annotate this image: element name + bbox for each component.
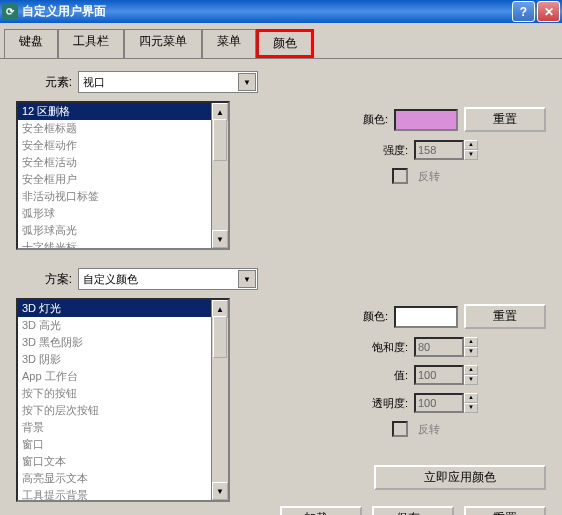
scroll-thumb[interactable] xyxy=(213,316,227,358)
load-button[interactable]: 加载... xyxy=(280,506,362,515)
save-button[interactable]: 保存... xyxy=(372,506,454,515)
tab-keyboard[interactable]: 键盘 xyxy=(4,29,58,58)
color-swatch[interactable] xyxy=(394,306,458,328)
close-button[interactable]: ✕ xyxy=(537,1,560,22)
intensity-spinner[interactable]: ▲▼ xyxy=(414,140,478,160)
spin-down-icon[interactable]: ▼ xyxy=(464,347,478,357)
color-label: 颜色: xyxy=(363,112,388,127)
tab-toolbar[interactable]: 工具栏 xyxy=(58,29,124,58)
list-item[interactable]: 工具提示背景 xyxy=(18,487,228,502)
scroll-down-icon[interactable]: ▼ xyxy=(212,230,228,248)
spin-up-icon[interactable]: ▲ xyxy=(464,393,478,403)
list-item[interactable]: 窗口文本 xyxy=(18,453,228,470)
chevron-down-icon: ▼ xyxy=(238,270,256,288)
scroll-down-icon[interactable]: ▼ xyxy=(212,482,228,500)
list-item[interactable]: 12 区删格 xyxy=(18,103,228,120)
scheme-combo[interactable]: 自定义颜色▼ xyxy=(78,268,258,290)
list-item[interactable]: 3D 黑色阴影 xyxy=(18,334,228,351)
invert-checkbox[interactable] xyxy=(392,421,408,437)
reset-button[interactable]: 重置 xyxy=(464,107,546,132)
value-label: 值: xyxy=(394,368,408,383)
app-icon: ⟳ xyxy=(2,4,18,20)
scroll-thumb[interactable] xyxy=(213,119,227,161)
tab-menu[interactable]: 菜单 xyxy=(202,29,256,58)
reset-button[interactable]: 重置 xyxy=(464,304,546,329)
list-item[interactable]: 高亮显示文本 xyxy=(18,470,228,487)
list-item[interactable]: 十字线光标 xyxy=(18,239,228,250)
invert-label: 反转 xyxy=(418,169,440,184)
list-item[interactable]: 窗口 xyxy=(18,436,228,453)
scrollbar[interactable]: ▲▼ xyxy=(211,103,228,248)
list-item[interactable]: 按下的按钮 xyxy=(18,385,228,402)
list-item[interactable]: 3D 灯光 xyxy=(18,300,228,317)
reset-all-button[interactable]: 重置 xyxy=(464,506,546,515)
color-label: 颜色: xyxy=(363,309,388,324)
apply-button[interactable]: 立即应用颜色 xyxy=(374,465,546,490)
list-item[interactable]: 安全框标题 xyxy=(18,120,228,137)
saturation-label: 饱和度: xyxy=(372,340,408,355)
tab-bar: 键盘 工具栏 四元菜单 菜单 颜色 xyxy=(0,23,562,59)
list-item[interactable]: 安全框用户 xyxy=(18,171,228,188)
list-item[interactable]: 安全框活动 xyxy=(18,154,228,171)
value-spinner[interactable]: ▲▼ xyxy=(414,365,478,385)
tab-quad[interactable]: 四元菜单 xyxy=(124,29,202,58)
spin-up-icon[interactable]: ▲ xyxy=(464,140,478,150)
saturation-spinner[interactable]: ▲▼ xyxy=(414,337,478,357)
list-item[interactable]: 按下的层次按钮 xyxy=(18,402,228,419)
element-list[interactable]: 12 区删格 安全框标题 安全框动作 安全框活动 安全框用户 非活动视口标签 弧… xyxy=(16,101,230,250)
chevron-down-icon: ▼ xyxy=(238,73,256,91)
invert-label: 反转 xyxy=(418,422,440,437)
opacity-spinner[interactable]: ▲▼ xyxy=(414,393,478,413)
invert-checkbox[interactable] xyxy=(392,168,408,184)
scheme-label: 方案: xyxy=(16,271,72,288)
scheme-list[interactable]: 3D 灯光 3D 高光 3D 黑色阴影 3D 阴影 App 工作台 按下的按钮 … xyxy=(16,298,230,502)
list-item[interactable]: 安全框动作 xyxy=(18,137,228,154)
list-item[interactable]: 背景 xyxy=(18,419,228,436)
spin-down-icon[interactable]: ▼ xyxy=(464,150,478,160)
intensity-label: 强度: xyxy=(383,143,408,158)
help-button[interactable]: ? xyxy=(512,1,535,22)
window-title: 自定义用户界面 xyxy=(22,3,510,20)
spin-down-icon[interactable]: ▼ xyxy=(464,403,478,413)
tab-color[interactable]: 颜色 xyxy=(256,29,314,58)
color-swatch[interactable] xyxy=(394,109,458,131)
list-item[interactable]: 3D 高光 xyxy=(18,317,228,334)
spin-down-icon[interactable]: ▼ xyxy=(464,375,478,385)
list-item[interactable]: 弧形球 xyxy=(18,205,228,222)
list-item[interactable]: 弧形球高光 xyxy=(18,222,228,239)
spin-up-icon[interactable]: ▲ xyxy=(464,337,478,347)
scrollbar[interactable]: ▲▼ xyxy=(211,300,228,500)
list-item[interactable]: 3D 阴影 xyxy=(18,351,228,368)
list-item[interactable]: App 工作台 xyxy=(18,368,228,385)
element-label: 元素: xyxy=(16,74,72,91)
titlebar: ⟳ 自定义用户界面 ? ✕ xyxy=(0,0,562,23)
opacity-label: 透明度: xyxy=(372,396,408,411)
element-combo[interactable]: 视口▼ xyxy=(78,71,258,93)
spin-up-icon[interactable]: ▲ xyxy=(464,365,478,375)
list-item[interactable]: 非活动视口标签 xyxy=(18,188,228,205)
